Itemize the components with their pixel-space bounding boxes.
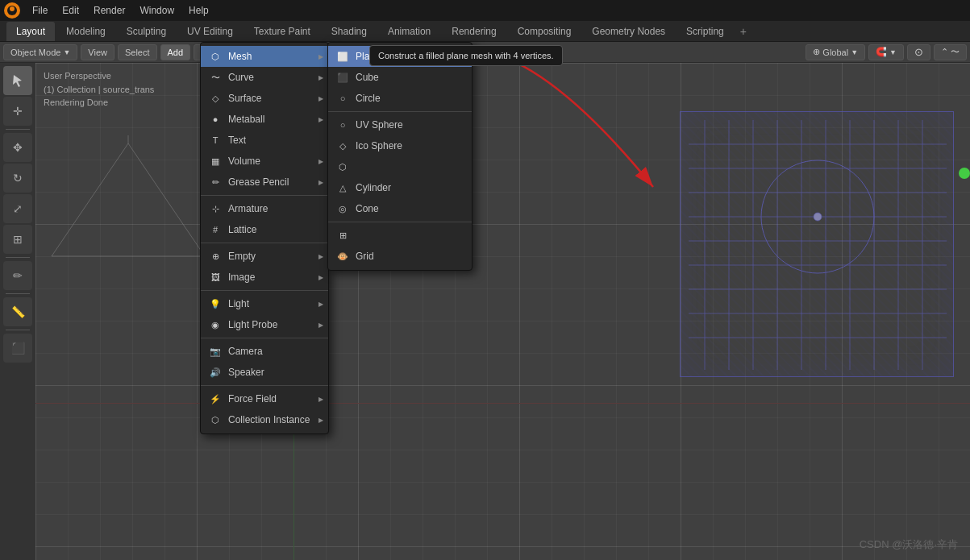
speaker-label: Speaker [228, 367, 264, 378]
menu-sep-1 [201, 195, 328, 196]
select-menu[interactable]: Select [118, 44, 157, 60]
menu-item-grease-pencil[interactable]: ✏ Grease Pencil [201, 172, 328, 193]
menu-item-curve[interactable]: 〜 Curve [201, 67, 328, 88]
measure-tool[interactable]: 📏 [3, 297, 32, 326]
menu-item-force-field[interactable]: ⚡ Force Field [201, 388, 328, 409]
toolbar-separator-4 [6, 330, 30, 330]
menu-sep-2 [201, 243, 328, 243]
camera-icon: 📷 [209, 345, 222, 358]
rotate-tool[interactable]: ↻ [3, 164, 32, 193]
menu-item-metaball[interactable]: ● Metaball [201, 109, 328, 130]
menu-window[interactable]: Window [133, 3, 181, 18]
menu-item-camera[interactable]: 📷 Camera [201, 341, 328, 362]
monkey-icon: 🐵 [336, 250, 349, 263]
menu-item-volume[interactable]: ▦ Volume [201, 151, 328, 172]
svg-point-2 [10, 6, 15, 11]
submenu-circle[interactable]: ○ Circle [328, 88, 472, 109]
submenu-grid[interactable]: ⊞ [328, 225, 472, 246]
blender-logo [3, 2, 21, 19]
menu-render[interactable]: Render [87, 3, 131, 18]
object-mode-label: Object Mode [10, 48, 60, 57]
add-cube-tool[interactable]: ⬛ [3, 334, 32, 363]
menu-help[interactable]: Help [182, 3, 215, 18]
ico-sphere-label: Ico Sphere [356, 140, 402, 151]
collection-instance-icon: ⬡ [209, 413, 222, 426]
object-mode-selector[interactable]: Object Mode ▼ [3, 44, 77, 60]
menu-edit[interactable]: Edit [56, 3, 85, 18]
tab-sculpting[interactable]: Sculpting [117, 22, 176, 41]
status-dot [959, 168, 970, 179]
submenu-torus[interactable]: ◎ Cone [328, 198, 472, 219]
toolbar-separator-1 [6, 129, 30, 130]
chevron-down-icon3: ▼ [889, 48, 897, 56]
speaker-icon: 🔊 [209, 366, 222, 379]
tab-modeling[interactable]: Modeling [56, 22, 115, 41]
submenu-plane[interactable]: ⬜ Plane [328, 46, 472, 67]
menu-item-light[interactable]: 💡 Light [201, 293, 328, 314]
torus-icon: ◎ [336, 202, 349, 215]
cursor-tool[interactable]: ✛ [3, 97, 32, 126]
metaball-label: Metaball [228, 114, 264, 125]
menu-item-light-probe[interactable]: ◉ Light Probe [201, 314, 328, 335]
menu-item-surface[interactable]: ◇ Surface [201, 88, 328, 109]
cube-label: Cube [356, 72, 379, 83]
lattice-icon: # [209, 223, 222, 236]
wire-mesh-object [680, 111, 954, 377]
submenu-uv-sphere[interactable]: ○ UV Sphere [328, 114, 472, 135]
chevron-down-icon: ▼ [63, 48, 70, 56]
snap-button[interactable]: 🧲 ▼ [868, 44, 904, 60]
plane-icon: ⬜ [336, 50, 349, 63]
move-tool[interactable]: ✥ [3, 133, 32, 162]
annotate-tool[interactable]: ✏ [3, 261, 32, 290]
proportional-edit[interactable]: ⊙ [907, 44, 930, 60]
cube-icon: ⬛ [336, 71, 349, 84]
submenu-cone[interactable]: △ Cylinder [328, 177, 472, 198]
tab-scripting[interactable]: Scripting [677, 22, 734, 41]
plane-label: Plane [356, 51, 381, 62]
light-probe-label: Light Probe [228, 319, 277, 330]
circle-label: Circle [356, 93, 381, 104]
menu-item-image[interactable]: 🖼 Image [201, 267, 328, 288]
menu-item-armature[interactable]: ⊹ Armature [201, 198, 328, 219]
force-field-icon: ⚡ [209, 392, 222, 405]
tab-rendering[interactable]: Rendering [442, 22, 506, 41]
view-menu[interactable]: View [81, 44, 114, 60]
menu-item-text[interactable]: T Text [201, 130, 328, 151]
submenu-ico-sphere[interactable]: ◇ Ico Sphere [328, 135, 472, 156]
tab-geometry-nodes[interactable]: Geometry Nodes [582, 22, 675, 41]
tab-animation[interactable]: Animation [378, 22, 440, 41]
mesh-label: Mesh [228, 51, 252, 62]
add-menu-button[interactable]: Add [160, 44, 191, 60]
toolbar-row: Object Mode ▼ View Select Add Object ⊕ G… [0, 42, 970, 63]
tab-compositing[interactable]: Compositing [508, 22, 581, 41]
curve-label: Curve [228, 72, 254, 83]
menu-file[interactable]: File [26, 3, 54, 18]
submenu-cylinder[interactable]: ⬡ [328, 156, 472, 177]
transform-orientations[interactable]: ⊕ Global ▼ [806, 44, 865, 60]
top-menubar: File Edit Render Window Help [0, 0, 970, 21]
viewport[interactable]: User Perspective (1) Collection | source… [35, 63, 970, 560]
scale-tool[interactable]: ⤢ [3, 194, 32, 223]
left-toolbar: ✛ ✥ ↻ ⤢ ⊞ ✏ 📏 ⬛ [0, 63, 35, 560]
menu-item-mesh[interactable]: ⬡ Mesh [201, 46, 328, 67]
armature-label: Armature [228, 203, 268, 214]
tab-uv-editing[interactable]: UV Editing [177, 22, 243, 41]
editor-controls[interactable]: ⌃〜 [934, 44, 967, 60]
tab-shading[interactable]: Shading [322, 22, 377, 41]
chevron-down-icon2: ▼ [851, 48, 858, 56]
text-icon: T [209, 134, 222, 147]
surface-label: Surface [228, 93, 261, 104]
select-tool[interactable] [3, 66, 32, 95]
workspace-tabs: Layout Modeling Sculpting UV Editing Tex… [0, 21, 970, 42]
add-workspace-button[interactable]: + [735, 25, 751, 38]
menu-sep-3 [201, 290, 328, 291]
menu-item-speaker[interactable]: 🔊 Speaker [201, 362, 328, 383]
menu-item-lattice[interactable]: # Lattice [201, 219, 328, 240]
submenu-monkey[interactable]: 🐵 Grid [328, 246, 472, 267]
tab-texture-paint[interactable]: Texture Paint [244, 22, 320, 41]
transform-tool[interactable]: ⊞ [3, 225, 32, 254]
tab-layout[interactable]: Layout [6, 22, 55, 41]
menu-item-empty[interactable]: ⊕ Empty [201, 246, 328, 267]
menu-item-collection-instance[interactable]: ⬡ Collection Instance [201, 409, 328, 430]
submenu-cube[interactable]: ⬛ Cube [328, 67, 472, 88]
